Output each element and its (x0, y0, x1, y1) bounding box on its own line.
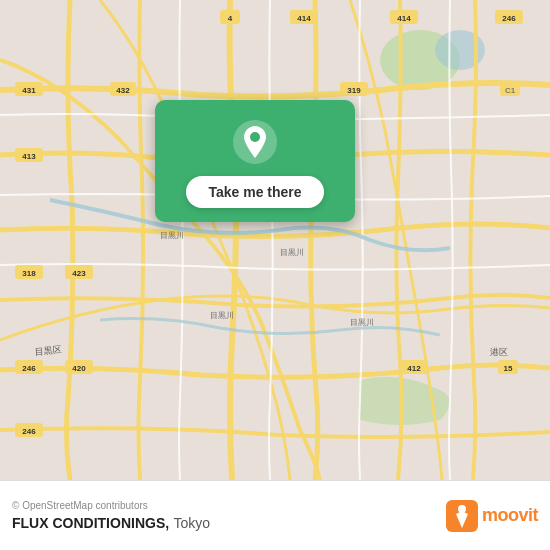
svg-text:15: 15 (504, 364, 513, 373)
svg-text:目黒川: 目黒川 (280, 248, 304, 257)
svg-text:246: 246 (22, 427, 36, 436)
svg-text:420: 420 (72, 364, 86, 373)
svg-text:431: 431 (22, 86, 36, 95)
svg-text:318: 318 (22, 269, 36, 278)
svg-text:414: 414 (297, 14, 311, 23)
bottom-left-info: © OpenStreetMap contributors FLUX CONDIT… (12, 500, 210, 532)
svg-text:246: 246 (22, 364, 36, 373)
location-name: FLUX CONDITIONINGS, (12, 515, 169, 531)
svg-point-44 (458, 505, 466, 513)
map-container: 431 413 318 246 246 432 4 414 414 246 31… (0, 0, 550, 480)
moovit-text: moovit (482, 505, 538, 526)
svg-rect-0 (0, 0, 550, 480)
moovit-logo: moovit (446, 500, 538, 532)
svg-text:C1: C1 (505, 86, 516, 95)
svg-text:目黒川: 目黒川 (350, 318, 374, 327)
svg-text:246: 246 (502, 14, 516, 23)
location-label: FLUX CONDITIONINGS, Tokyo (12, 514, 210, 532)
moovit-brand-icon (446, 500, 478, 532)
location-city: Tokyo (174, 515, 211, 531)
bottom-bar: © OpenStreetMap contributors FLUX CONDIT… (0, 480, 550, 550)
map-background: 431 413 318 246 246 432 4 414 414 246 31… (0, 0, 550, 480)
svg-text:412: 412 (407, 364, 421, 373)
svg-text:319: 319 (347, 86, 361, 95)
svg-text:目黒川: 目黒川 (210, 311, 234, 320)
svg-text:414: 414 (397, 14, 411, 23)
svg-text:413: 413 (22, 152, 36, 161)
svg-text:港区: 港区 (490, 347, 508, 357)
svg-point-42 (250, 132, 260, 142)
take-me-there-button[interactable]: Take me there (186, 176, 323, 208)
svg-text:432: 432 (116, 86, 130, 95)
location-pin-icon (233, 120, 277, 164)
svg-text:423: 423 (72, 269, 86, 278)
svg-text:目黒川: 目黒川 (160, 231, 184, 240)
copyright-text: © OpenStreetMap contributors (12, 500, 210, 511)
location-card: Take me there (155, 100, 355, 222)
svg-text:4: 4 (228, 14, 233, 23)
